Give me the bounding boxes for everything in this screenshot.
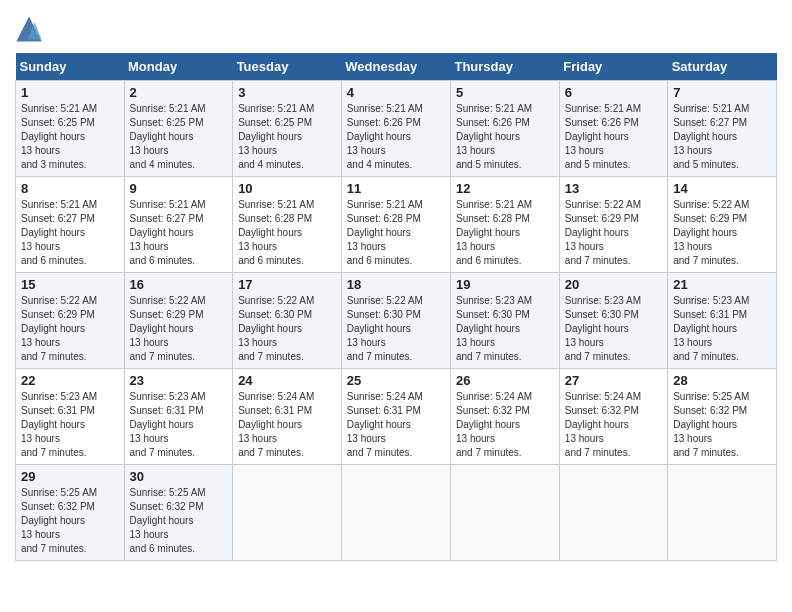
- day-info: Sunrise: 5:21 AMSunset: 6:25 PMDaylight …: [21, 102, 119, 172]
- day-number: 12: [456, 181, 554, 196]
- day-number: 13: [565, 181, 662, 196]
- day-number: 19: [456, 277, 554, 292]
- day-info: Sunrise: 5:22 AMSunset: 6:29 PMDaylight …: [21, 294, 119, 364]
- day-info: Sunrise: 5:23 AMSunset: 6:30 PMDaylight …: [456, 294, 554, 364]
- day-info: Sunrise: 5:25 AMSunset: 6:32 PMDaylight …: [673, 390, 771, 460]
- calendar-cell: 26 Sunrise: 5:24 AMSunset: 6:32 PMDaylig…: [450, 369, 559, 465]
- dow-monday: Monday: [124, 53, 233, 81]
- day-info: Sunrise: 5:21 AMSunset: 6:27 PMDaylight …: [21, 198, 119, 268]
- dow-sunday: Sunday: [16, 53, 125, 81]
- day-number: 9: [130, 181, 228, 196]
- dow-friday: Friday: [559, 53, 667, 81]
- calendar-cell: 17 Sunrise: 5:22 AMSunset: 6:30 PMDaylig…: [233, 273, 342, 369]
- calendar-cell: 8 Sunrise: 5:21 AMSunset: 6:27 PMDayligh…: [16, 177, 125, 273]
- day-number: 24: [238, 373, 336, 388]
- day-info: Sunrise: 5:23 AMSunset: 6:31 PMDaylight …: [21, 390, 119, 460]
- dow-thursday: Thursday: [450, 53, 559, 81]
- day-info: Sunrise: 5:21 AMSunset: 6:28 PMDaylight …: [347, 198, 445, 268]
- day-info: Sunrise: 5:21 AMSunset: 6:27 PMDaylight …: [673, 102, 771, 172]
- day-info: Sunrise: 5:25 AMSunset: 6:32 PMDaylight …: [21, 486, 119, 556]
- day-number: 30: [130, 469, 228, 484]
- logo-icon: [15, 15, 43, 43]
- calendar-cell: 28 Sunrise: 5:25 AMSunset: 6:32 PMDaylig…: [668, 369, 777, 465]
- calendar-cell: 12 Sunrise: 5:21 AMSunset: 6:28 PMDaylig…: [450, 177, 559, 273]
- day-info: Sunrise: 5:22 AMSunset: 6:29 PMDaylight …: [565, 198, 662, 268]
- calendar-cell: 19 Sunrise: 5:23 AMSunset: 6:30 PMDaylig…: [450, 273, 559, 369]
- day-info: Sunrise: 5:21 AMSunset: 6:28 PMDaylight …: [238, 198, 336, 268]
- day-number: 27: [565, 373, 662, 388]
- calendar-cell: 30 Sunrise: 5:25 AMSunset: 6:32 PMDaylig…: [124, 465, 233, 561]
- calendar-cell: 21 Sunrise: 5:23 AMSunset: 6:31 PMDaylig…: [668, 273, 777, 369]
- day-number: 29: [21, 469, 119, 484]
- day-info: Sunrise: 5:21 AMSunset: 6:25 PMDaylight …: [130, 102, 228, 172]
- calendar-week-2: 15 Sunrise: 5:22 AMSunset: 6:29 PMDaylig…: [16, 273, 777, 369]
- day-info: Sunrise: 5:21 AMSunset: 6:26 PMDaylight …: [565, 102, 662, 172]
- calendar-table: SundayMondayTuesdayWednesdayThursdayFrid…: [15, 53, 777, 561]
- day-number: 7: [673, 85, 771, 100]
- day-info: Sunrise: 5:22 AMSunset: 6:29 PMDaylight …: [130, 294, 228, 364]
- header: [15, 15, 777, 43]
- calendar-cell: 6 Sunrise: 5:21 AMSunset: 6:26 PMDayligh…: [559, 81, 667, 177]
- day-number: 23: [130, 373, 228, 388]
- dow-wednesday: Wednesday: [341, 53, 450, 81]
- day-number: 25: [347, 373, 445, 388]
- day-info: Sunrise: 5:22 AMSunset: 6:30 PMDaylight …: [238, 294, 336, 364]
- calendar-week-3: 22 Sunrise: 5:23 AMSunset: 6:31 PMDaylig…: [16, 369, 777, 465]
- day-info: Sunrise: 5:21 AMSunset: 6:28 PMDaylight …: [456, 198, 554, 268]
- day-info: Sunrise: 5:25 AMSunset: 6:32 PMDaylight …: [130, 486, 228, 556]
- day-info: Sunrise: 5:23 AMSunset: 6:31 PMDaylight …: [130, 390, 228, 460]
- calendar-cell: 27 Sunrise: 5:24 AMSunset: 6:32 PMDaylig…: [559, 369, 667, 465]
- calendar-cell: 22 Sunrise: 5:23 AMSunset: 6:31 PMDaylig…: [16, 369, 125, 465]
- calendar-cell: 3 Sunrise: 5:21 AMSunset: 6:25 PMDayligh…: [233, 81, 342, 177]
- day-info: Sunrise: 5:21 AMSunset: 6:26 PMDaylight …: [456, 102, 554, 172]
- day-info: Sunrise: 5:24 AMSunset: 6:31 PMDaylight …: [347, 390, 445, 460]
- calendar-cell: 4 Sunrise: 5:21 AMSunset: 6:26 PMDayligh…: [341, 81, 450, 177]
- day-number: 2: [130, 85, 228, 100]
- day-info: Sunrise: 5:21 AMSunset: 6:27 PMDaylight …: [130, 198, 228, 268]
- calendar-cell: 2 Sunrise: 5:21 AMSunset: 6:25 PMDayligh…: [124, 81, 233, 177]
- calendar-cell: [233, 465, 342, 561]
- day-number: 5: [456, 85, 554, 100]
- day-info: Sunrise: 5:23 AMSunset: 6:30 PMDaylight …: [565, 294, 662, 364]
- calendar-cell: 20 Sunrise: 5:23 AMSunset: 6:30 PMDaylig…: [559, 273, 667, 369]
- day-number: 20: [565, 277, 662, 292]
- calendar-cell: 1 Sunrise: 5:21 AMSunset: 6:25 PMDayligh…: [16, 81, 125, 177]
- day-number: 21: [673, 277, 771, 292]
- day-number: 26: [456, 373, 554, 388]
- day-info: Sunrise: 5:23 AMSunset: 6:31 PMDaylight …: [673, 294, 771, 364]
- calendar-cell: 11 Sunrise: 5:21 AMSunset: 6:28 PMDaylig…: [341, 177, 450, 273]
- day-number: 4: [347, 85, 445, 100]
- day-number: 1: [21, 85, 119, 100]
- calendar-cell: [668, 465, 777, 561]
- day-info: Sunrise: 5:22 AMSunset: 6:29 PMDaylight …: [673, 198, 771, 268]
- day-number: 11: [347, 181, 445, 196]
- day-number: 3: [238, 85, 336, 100]
- dow-saturday: Saturday: [668, 53, 777, 81]
- calendar-cell: [559, 465, 667, 561]
- calendar-cell: 23 Sunrise: 5:23 AMSunset: 6:31 PMDaylig…: [124, 369, 233, 465]
- day-number: 17: [238, 277, 336, 292]
- calendar-cell: 10 Sunrise: 5:21 AMSunset: 6:28 PMDaylig…: [233, 177, 342, 273]
- calendar-cell: 9 Sunrise: 5:21 AMSunset: 6:27 PMDayligh…: [124, 177, 233, 273]
- day-info: Sunrise: 5:24 AMSunset: 6:31 PMDaylight …: [238, 390, 336, 460]
- day-number: 28: [673, 373, 771, 388]
- dow-tuesday: Tuesday: [233, 53, 342, 81]
- calendar-cell: 15 Sunrise: 5:22 AMSunset: 6:29 PMDaylig…: [16, 273, 125, 369]
- calendar-cell: [450, 465, 559, 561]
- day-info: Sunrise: 5:24 AMSunset: 6:32 PMDaylight …: [565, 390, 662, 460]
- calendar-cell: 16 Sunrise: 5:22 AMSunset: 6:29 PMDaylig…: [124, 273, 233, 369]
- day-number: 6: [565, 85, 662, 100]
- calendar-cell: 7 Sunrise: 5:21 AMSunset: 6:27 PMDayligh…: [668, 81, 777, 177]
- calendar-week-4: 29 Sunrise: 5:25 AMSunset: 6:32 PMDaylig…: [16, 465, 777, 561]
- calendar-cell: 25 Sunrise: 5:24 AMSunset: 6:31 PMDaylig…: [341, 369, 450, 465]
- calendar-cell: 5 Sunrise: 5:21 AMSunset: 6:26 PMDayligh…: [450, 81, 559, 177]
- day-info: Sunrise: 5:21 AMSunset: 6:26 PMDaylight …: [347, 102, 445, 172]
- day-number: 18: [347, 277, 445, 292]
- day-info: Sunrise: 5:21 AMSunset: 6:25 PMDaylight …: [238, 102, 336, 172]
- calendar-week-0: 1 Sunrise: 5:21 AMSunset: 6:25 PMDayligh…: [16, 81, 777, 177]
- logo: [15, 15, 47, 43]
- calendar-cell: 18 Sunrise: 5:22 AMSunset: 6:30 PMDaylig…: [341, 273, 450, 369]
- day-info: Sunrise: 5:24 AMSunset: 6:32 PMDaylight …: [456, 390, 554, 460]
- day-number: 14: [673, 181, 771, 196]
- day-number: 22: [21, 373, 119, 388]
